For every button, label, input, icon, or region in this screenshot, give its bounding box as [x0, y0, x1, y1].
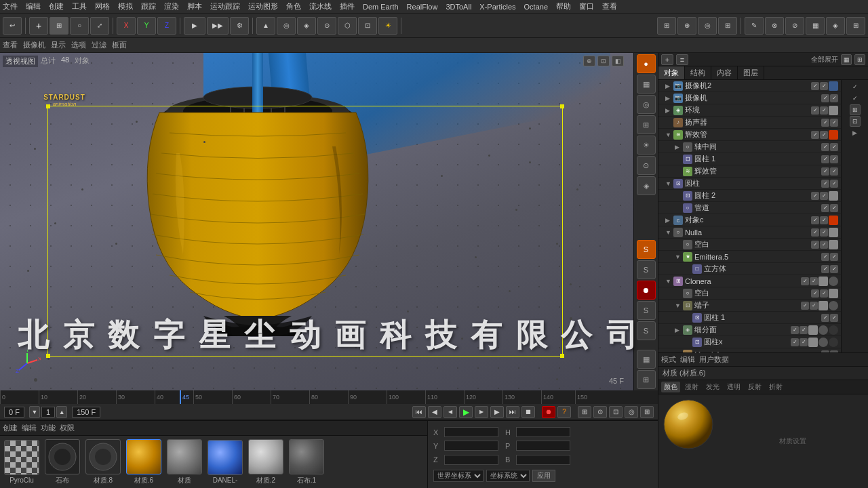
- rp-all-label[interactable]: 全部展开: [811, 55, 838, 64]
- mat-tab-texture[interactable]: 权限: [60, 423, 75, 433]
- loop-cut-btn[interactable]: ⊞: [846, 17, 865, 35]
- material-item-mat6[interactable]: 材质.6: [126, 439, 161, 485]
- display-mode-btn[interactable]: ▦: [637, 75, 656, 94]
- menu-item-motion[interactable]: 运动跟踪: [210, 1, 240, 12]
- coord-h-input[interactable]: [516, 427, 570, 437]
- material-item-pyroclu[interactable]: PyroClu: [4, 440, 39, 484]
- rp-settings-btn[interactable]: ≡: [676, 54, 688, 65]
- mic-btn-1[interactable]: ⊞: [850, 104, 861, 115]
- record-btn[interactable]: ⏺: [637, 281, 656, 300]
- tb2-display[interactable]: 显示: [51, 40, 66, 50]
- scale-tool-button[interactable]: ⤢: [90, 17, 109, 35]
- rp-collapse-btn[interactable]: ⊞: [854, 54, 865, 65]
- add-tag-btn[interactable]: ⬡: [338, 17, 357, 35]
- mat-chan-emission[interactable]: 发光: [703, 382, 722, 392]
- record-btn[interactable]: ⏺: [542, 406, 555, 418]
- rot-key-btn[interactable]: ◎: [625, 406, 638, 418]
- undo-button[interactable]: ↩: [3, 17, 22, 35]
- menu-item-script[interactable]: 脚本: [187, 1, 202, 12]
- camera-btn[interactable]: ⊡: [358, 17, 377, 35]
- material-item-fabric2[interactable]: 石布.1: [289, 439, 324, 485]
- tb2-view[interactable]: 查看: [3, 40, 18, 50]
- hq-btn[interactable]: ⊙: [637, 156, 656, 175]
- tree-item-seeds[interactable]: ▼ ⊡ 端子 ✓ ✓: [658, 300, 841, 312]
- add-nurbs-btn[interactable]: ◎: [277, 17, 296, 35]
- tree-item-null-white[interactable]: ○ 空白 ✓ ✓: [658, 239, 841, 251]
- attr-tab-user[interactable]: 用户数据: [699, 354, 729, 365]
- menu-item-octane[interactable]: Octane: [524, 3, 548, 11]
- play-btn[interactable]: ▶: [459, 406, 473, 418]
- light-mode-btn[interactable]: ☀: [637, 136, 656, 155]
- grid-btn[interactable]: ⊞: [637, 370, 656, 389]
- tree-item-objc[interactable]: ▶ c 对象c ✓ ✓: [658, 214, 841, 226]
- x-axis-button[interactable]: X: [117, 17, 136, 35]
- stepper-up[interactable]: ▲: [56, 406, 67, 418]
- tb2-camera[interactable]: 摄像机: [23, 40, 45, 50]
- stop-btn[interactable]: ⏹: [521, 406, 535, 418]
- frame-indicator[interactable]: 0 F: [4, 407, 24, 418]
- snap-btn[interactable]: ⊞: [657, 17, 676, 35]
- extrude-btn[interactable]: ▦: [806, 17, 825, 35]
- coord-apply-btn[interactable]: 应用: [532, 470, 555, 482]
- end-frame-input[interactable]: 150 F: [72, 407, 100, 418]
- coord-mode-select[interactable]: 坐标系统: [486, 470, 530, 482]
- menu-item-render[interactable]: 渲染: [164, 1, 179, 12]
- timeline-track[interactable]: 0 10 20 30 40 45 50 60 70 80 90 100 110 …: [0, 390, 658, 404]
- mat-tab-edit[interactable]: 编辑: [22, 423, 37, 433]
- tree-item-tube[interactable]: ○ 管道 ✓ ✓: [658, 202, 841, 214]
- vp-nav-btn-3[interactable]: ◧: [612, 56, 624, 66]
- menu-item-view[interactable]: 查看: [602, 1, 617, 12]
- tree-item-morphA[interactable]: ◎ MorphA ✓ ✓: [658, 348, 841, 352]
- coord-z-input[interactable]: [444, 455, 498, 465]
- tree-item-camera2[interactable]: ▶ 📷 摄像机 ✓ ✓: [658, 92, 841, 104]
- fx-btn[interactable]: S: [637, 240, 656, 259]
- render-mode-btn[interactable]: ●: [637, 54, 656, 73]
- rp-expand-btn[interactable]: ▦: [841, 54, 852, 65]
- stepper-down[interactable]: ▼: [29, 406, 40, 418]
- tree-item-cyl1[interactable]: ⊡ 圆柱 1 ✓ ✓: [658, 153, 841, 165]
- menu-item-window[interactable]: 窗口: [579, 1, 594, 12]
- menu-item-edit[interactable]: 编辑: [26, 1, 41, 12]
- z-axis-button[interactable]: Z: [157, 17, 176, 35]
- tree-item-effpipe[interactable]: ▼ ≋ 辉效管 ✓ ✓: [658, 129, 841, 141]
- go-end-btn[interactable]: ⏭: [506, 406, 519, 418]
- coord-x-input[interactable]: [444, 427, 498, 437]
- render-btn[interactable]: ▶: [184, 17, 205, 35]
- go-start-btn[interactable]: ⏮: [412, 406, 426, 418]
- tree-item-camera1[interactable]: ▶ 📷 摄像机2 ✓ ✓: [658, 80, 841, 92]
- tree-item-effpipe2[interactable]: ≋ 辉效管 ✓ ✓: [658, 165, 841, 178]
- coord-b-input[interactable]: [516, 455, 570, 465]
- menu-item-file[interactable]: 文件: [3, 1, 18, 12]
- auto-key-btn[interactable]: ⊙: [593, 406, 607, 418]
- menu-item-create[interactable]: 创建: [49, 1, 64, 12]
- rp-add-btn[interactable]: +: [661, 54, 673, 65]
- menu-item-realflow[interactable]: RealFlow: [407, 3, 438, 11]
- tb2-options[interactable]: 选项: [71, 40, 86, 50]
- fx2-btn[interactable]: S: [637, 260, 656, 279]
- wire-btn[interactable]: ⊞: [637, 115, 656, 134]
- tree-item-clonera[interactable]: ▼ ⊞ Clonera ✓ ✓: [658, 275, 841, 287]
- tree-item-cyl3[interactable]: ⊡ 圆柱 1 ✓ ✓: [658, 312, 841, 324]
- tree-item-sound[interactable]: ♪ 扬声器 ✓ ✓: [658, 117, 841, 129]
- menu-item-xparticles[interactable]: X-Particles: [479, 3, 515, 11]
- tree-item-nulla[interactable]: ▼ ○ Nulla ✓ ✓: [658, 226, 841, 239]
- next-frame-btn[interactable]: ▶: [475, 406, 488, 418]
- material-item-mat[interactable]: 材质: [167, 439, 202, 485]
- shading-btn[interactable]: ◎: [637, 95, 656, 114]
- xform-btn[interactable]: ⊞: [718, 17, 737, 35]
- mat-tab-create[interactable]: 创建: [3, 423, 18, 433]
- add-effector-btn[interactable]: ⊙: [317, 17, 336, 35]
- tab-objects[interactable]: 对象: [658, 66, 685, 79]
- tree-item-cylgrp[interactable]: ▼ ⊡ 圆柱 ✓ ✓: [658, 178, 841, 190]
- vp-nav-btn-2[interactable]: ⊡: [597, 56, 610, 66]
- render-settings-btn[interactable]: ⚙: [230, 17, 249, 35]
- mat-chan-reflect[interactable]: 反射: [745, 382, 764, 392]
- menu-item-demearth[interactable]: Dem Earth: [363, 3, 399, 11]
- post-btn[interactable]: S: [637, 321, 656, 340]
- menu-item-tools[interactable]: 工具: [72, 1, 87, 12]
- scl-key-btn[interactable]: ⊞: [640, 406, 654, 418]
- mat-chan-fog[interactable]: 折射: [766, 382, 785, 392]
- shadow-btn[interactable]: ◈: [637, 176, 656, 195]
- material-item-fabric[interactable]: 石布: [45, 439, 80, 485]
- mic-btn-2[interactable]: ⊡: [850, 116, 861, 127]
